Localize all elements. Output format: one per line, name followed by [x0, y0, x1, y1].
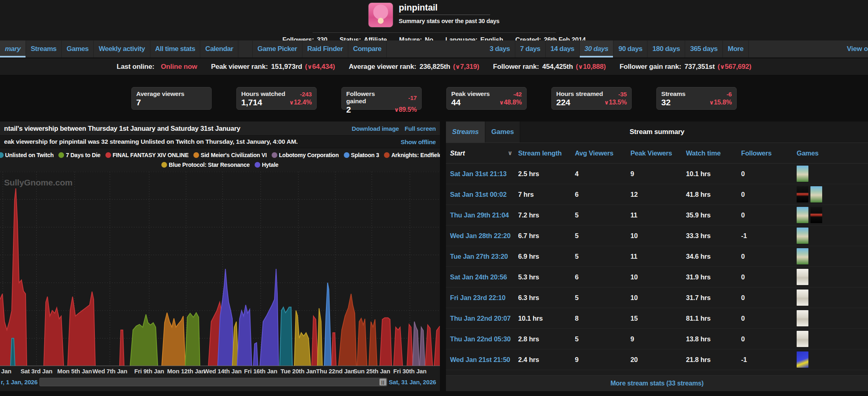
legend-item-sid-meier-s-civilization-vi[interactable]: Sid Meier's Civilization VI	[193, 152, 267, 158]
game-box-art-lobotomy[interactable]	[797, 310, 808, 326]
nav-tab-weekly-activity[interactable]: Weekly activity	[94, 40, 150, 57]
nav-tab-7-days[interactable]: 7 days	[515, 40, 546, 57]
legend-item-arknights-endfield[interactable]: Arknights: Endfield	[384, 152, 440, 158]
nav-tab-365-days[interactable]: 365 days	[685, 40, 723, 57]
nav-tab-more[interactable]: More	[723, 40, 749, 57]
stream-start-link[interactable]: Wed Jan 21st 21:50	[450, 356, 518, 364]
legend-item-lobotomy-corporation[interactable]: Lobotomy Corporation	[272, 152, 339, 158]
column-header-avg-viewers[interactable]: Avg Viewers	[575, 149, 630, 157]
nav-tab-games[interactable]: Games	[62, 40, 94, 57]
table-row: Thu Jan 22nd 05:302.8 hrs5913.8 hrs0	[446, 329, 868, 349]
column-header-followers[interactable]: Followers	[741, 149, 797, 157]
stream-start-link[interactable]: Fri Jan 23rd 22:10	[450, 294, 518, 302]
game-box-art-lobotomy[interactable]	[797, 290, 808, 306]
nav-tab-all-time-stats[interactable]: All time stats	[150, 40, 201, 57]
game-box-art-ffxiv[interactable]	[797, 228, 808, 244]
nav-tab-raid-finder[interactable]: Raid Finder	[302, 40, 348, 57]
game-box-art-arknights[interactable]	[810, 207, 822, 223]
stat-card-delta: -35	[618, 91, 627, 98]
stream-start-link[interactable]: Wed Jan 28th 22:20	[450, 232, 518, 240]
rank-value: 454,425th	[542, 63, 573, 70]
game-box-art-ffxiv[interactable]	[797, 207, 808, 223]
game-box-art-ffxiv[interactable]	[797, 166, 808, 182]
nav-tab-180-days[interactable]: 180 days	[647, 40, 685, 57]
game-box-art-splatoon3[interactable]	[797, 351, 808, 368]
legend-item-7-days-to-die[interactable]: 7 Days to Die	[58, 152, 100, 158]
page-title: pinpintail	[399, 2, 500, 13]
game-box-art-lobotomy[interactable]	[797, 269, 808, 285]
stat-card-peak-viewers: Peak viewers-4244∨48.8%	[446, 87, 527, 110]
stream-start-link[interactable]: Sat Jan 24th 20:56	[450, 273, 518, 281]
game-box-art-arknights[interactable]	[797, 186, 808, 202]
legend-color-dot-icon	[272, 152, 277, 158]
column-header-stream-length[interactable]: Stream length	[518, 149, 575, 157]
nav-tab-calendar[interactable]: Calendar	[200, 40, 238, 57]
legend-item-splatoon-3[interactable]: Splatoon 3	[344, 152, 379, 158]
chart-date-scrollbar[interactable]: ||	[39, 378, 387, 386]
down-chevron-icon: ∨	[720, 63, 724, 70]
rank-value: 236,825th	[420, 63, 450, 70]
column-header-start[interactable]: Start∨	[450, 149, 518, 157]
stream-length-cell: 7.2 hrs	[518, 211, 575, 219]
legend-item-blue-protocol-star-resonance[interactable]: Blue Protocol: Star Resonance	[161, 162, 250, 168]
legend-label: 7 Days to Die	[66, 152, 100, 158]
stream-start-link[interactable]: Tue Jan 27th 23:20	[450, 253, 518, 260]
rank-label: Follower rank:	[493, 63, 539, 70]
stream-length-cell: 7 hrs	[518, 191, 575, 198]
nav-tab-90-days[interactable]: 90 days	[613, 40, 647, 57]
stat-card-value: 44	[451, 98, 499, 107]
nav-tab-streams[interactable]: Streams	[26, 40, 62, 57]
peak-viewers-cell: 10	[630, 232, 686, 240]
table-body: Sat Jan 31st 21:132.5 hrs4910.1 hrs0Sat …	[446, 164, 868, 370]
stream-start-link[interactable]: Thu Jan 29th 21:04	[450, 211, 518, 219]
stat-card-value: 1,714	[241, 98, 289, 107]
games-cell	[797, 331, 868, 347]
chart-canvas[interactable]: SullyGnome.com	[0, 172, 440, 366]
game-box-art-lobotomy[interactable]	[797, 331, 808, 347]
stream-length-cell: 6.7 hrs	[518, 232, 575, 240]
nav-tab-30-days[interactable]: 30 days	[580, 40, 614, 57]
peak-viewers-cell: 11	[630, 253, 686, 260]
viewership-area-chart[interactable]: SullyGnome.com	[0, 172, 440, 366]
x-axis-label: Mon 12th Jan	[167, 368, 205, 375]
stream-start-link[interactable]: Thu Jan 22nd 20:07	[450, 315, 518, 322]
nav-range-tabs: 3 days7 days14 days30 days90 days180 day…	[485, 40, 749, 57]
games-cell	[797, 228, 868, 244]
table-tab-games[interactable]: Games	[485, 121, 521, 143]
table-tab-streams[interactable]: Streams	[446, 121, 485, 143]
stream-start-link[interactable]: Sat Jan 31st 21:13	[450, 170, 518, 178]
nav-tab-14-days[interactable]: 14 days	[546, 40, 580, 57]
rank-items: Peak viewer rank:151,973rd(∨64,434)Avera…	[211, 63, 751, 71]
column-header-peak-viewers[interactable]: Peak Viewers	[630, 149, 686, 157]
stat-card-label: Streams	[661, 90, 709, 98]
x-axis-label: Fri 9th Jan	[134, 368, 164, 375]
more-stream-stats-link[interactable]: More stream stats (33 streams)	[446, 375, 868, 391]
stream-start-link[interactable]: Thu Jan 22nd 05:30	[450, 335, 518, 343]
down-chevron-icon: ∨	[307, 63, 312, 70]
legend-item-hytale[interactable]: Hytale	[255, 162, 279, 168]
watch-time-cell: 31.9 hrs	[686, 273, 741, 281]
nav-tab-3-days[interactable]: 3 days	[485, 40, 515, 57]
game-box-art-ffxiv[interactable]	[810, 186, 822, 202]
column-header-watch-time[interactable]: Watch time	[686, 149, 741, 157]
column-header-games[interactable]: Games	[797, 149, 868, 157]
avg-viewers-cell: 8	[575, 315, 630, 322]
nav-tab-game-picker[interactable]: Game Picker	[253, 40, 302, 57]
download-image-link[interactable]: Download image	[352, 125, 399, 132]
stream-start-link[interactable]: Sat Jan 31st 00:02	[450, 191, 518, 198]
show-offline-link[interactable]: Show offline	[401, 138, 436, 145]
view-on-twitch-link[interactable]: View o	[847, 40, 868, 57]
nav-tab-compare[interactable]: Compare	[348, 40, 387, 57]
watch-time-cell: 13.8 hrs	[686, 335, 741, 343]
stat-card-value: 32	[661, 98, 709, 107]
scrollbar-right-handle[interactable]: ||	[379, 379, 386, 385]
legend-item-unlisted-on-twitch[interactable]: Unlisted on Twitch	[0, 152, 54, 158]
peak-viewers-cell: 10	[630, 273, 686, 281]
peak-viewers-cell: 20	[630, 356, 686, 364]
legend-item-final-fantasy-xiv-online[interactable]: FINAL FANTASY XIV ONLINE	[105, 152, 189, 158]
game-box-art-ffxiv[interactable]	[797, 248, 808, 264]
table-row: Tue Jan 27th 23:206.9 hrs51134.6 hrs0	[446, 246, 868, 267]
full-screen-link[interactable]: Full screen	[405, 125, 436, 132]
rank-label: Peak viewer rank:	[211, 63, 268, 70]
nav-tab-mary[interactable]: mary	[0, 40, 26, 57]
